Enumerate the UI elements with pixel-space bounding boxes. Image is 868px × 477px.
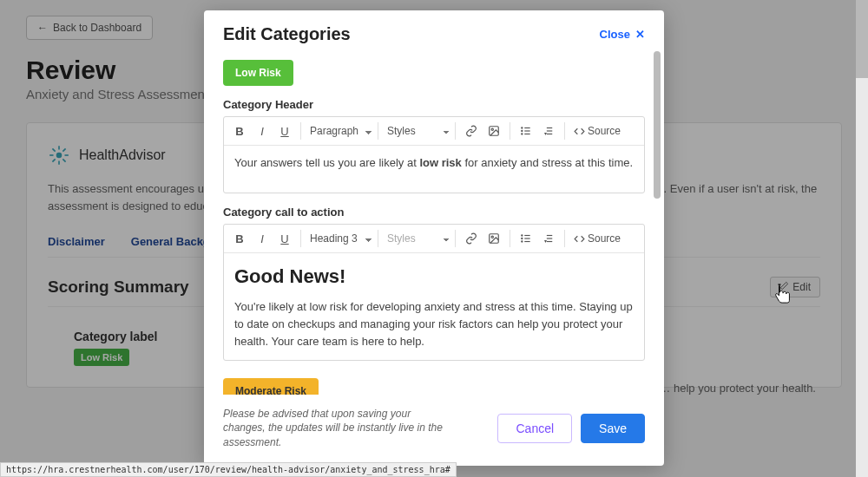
link-button[interactable]: [461, 228, 482, 249]
source-button[interactable]: Source: [570, 125, 624, 137]
modal-header: Edit Categories Close ✕: [204, 10, 664, 51]
rte-toolbar: B I U Paragraph Styles ▾ S: [224, 117, 644, 146]
rte-toolbar: B I U Heading 3 Styles ▾ S: [224, 225, 644, 253]
toolbar-separator: [510, 230, 510, 247]
rte-category-cta: B I U Heading 3 Styles ▾ S: [223, 224, 645, 361]
modal-body[interactable]: Low Risk Category Header B I U Paragraph…: [204, 51, 664, 395]
modal-overlay[interactable]: Edit Categories Close ✕ Low Risk Categor…: [0, 0, 868, 477]
content-text-pre: Your answers tell us you are likely at: [234, 156, 419, 169]
svg-point-26: [522, 238, 523, 238]
content-text-post: for anxiety and stress at this time.: [462, 156, 633, 169]
moderate-risk-pill: Moderate Risk: [223, 378, 319, 395]
modal-title: Edit Categories: [223, 24, 351, 44]
styles-select[interactable]: Styles: [384, 123, 450, 139]
image-button[interactable]: [483, 228, 504, 249]
toolbar-separator: [300, 122, 301, 140]
category-cta-label: Category call to action: [223, 206, 645, 219]
cancel-button[interactable]: Cancel: [497, 414, 572, 443]
toolbar-separator: [564, 122, 565, 140]
svg-point-10: [491, 128, 493, 130]
underline-button[interactable]: U: [274, 121, 295, 141]
svg-point-15: [522, 130, 523, 131]
window-scrollbar-track[interactable]: [856, 0, 868, 477]
numbered-list-button[interactable]: ▾: [538, 228, 559, 249]
bullet-list-button[interactable]: [516, 121, 536, 141]
source-button[interactable]: Source: [570, 232, 624, 245]
toolbar-separator: [455, 230, 456, 247]
toolbar-separator: [510, 122, 510, 140]
modal-scrollbar[interactable]: [654, 51, 661, 199]
modal-footer: Please be advised that upon saving your …: [204, 395, 664, 466]
styles-select[interactable]: Styles: [384, 231, 450, 246]
status-bar-url: https://hra.crestnerhealth.com/user/170/…: [0, 462, 457, 477]
save-button[interactable]: Save: [581, 414, 645, 443]
svg-point-25: [522, 235, 523, 236]
toolbar-separator: [564, 230, 565, 247]
cta-body: You're likely at low risk for developing…: [234, 298, 634, 350]
underline-button[interactable]: U: [274, 228, 295, 249]
svg-point-21: [491, 236, 493, 238]
rte-category-header: B I U Paragraph Styles ▾ S: [223, 116, 645, 193]
window-scrollbar-thumb[interactable]: [856, 0, 868, 78]
svg-point-14: [522, 127, 523, 128]
content-text-bold: low risk: [419, 156, 461, 169]
toolbar-separator: [378, 122, 378, 140]
category-header-label: Category Header: [223, 98, 645, 111]
svg-point-16: [522, 134, 523, 134]
italic-button[interactable]: I: [252, 121, 273, 141]
block-format-select[interactable]: Heading 3: [306, 231, 372, 246]
image-button[interactable]: [483, 121, 504, 141]
close-icon: ✕: [635, 28, 645, 41]
rte-content-area[interactable]: Your answers tell us you are likely at l…: [224, 146, 644, 193]
link-button[interactable]: [461, 121, 482, 141]
edit-categories-modal: Edit Categories Close ✕ Low Risk Categor…: [204, 10, 664, 466]
save-warning-note: Please be advised that upon saving your …: [223, 407, 449, 450]
block-format-select[interactable]: Paragraph: [306, 123, 372, 139]
low-risk-pill: Low Risk: [223, 60, 293, 86]
bold-button[interactable]: B: [229, 228, 250, 249]
cta-heading: Good News!: [234, 262, 634, 291]
bold-button[interactable]: B: [229, 121, 250, 141]
toolbar-separator: [455, 122, 456, 140]
toolbar-separator: [300, 230, 301, 247]
italic-button[interactable]: I: [252, 228, 273, 249]
toolbar-separator: [378, 230, 378, 247]
modal-close-button[interactable]: Close ✕: [600, 28, 645, 41]
bullet-list-button[interactable]: [516, 228, 536, 249]
svg-point-27: [522, 241, 523, 242]
modal-actions: Cancel Save: [497, 414, 645, 443]
close-label: Close: [600, 28, 630, 41]
rte-content-area[interactable]: Good News! You're likely at low risk for…: [224, 253, 644, 360]
numbered-list-button[interactable]: ▾: [538, 121, 559, 141]
